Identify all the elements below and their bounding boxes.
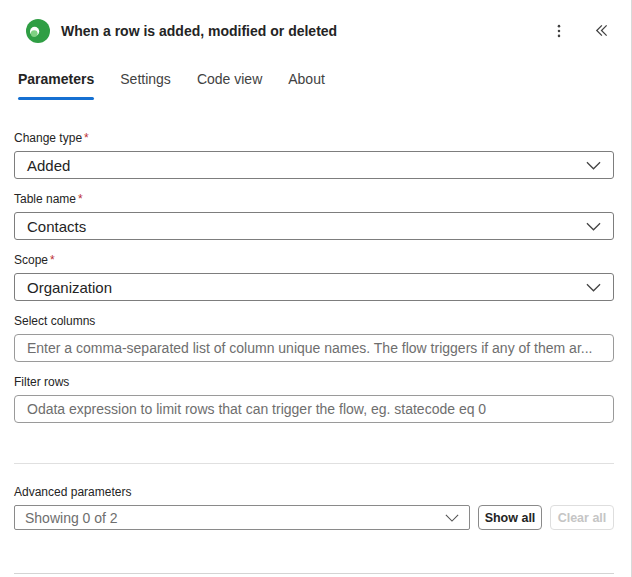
advanced-parameters-label: Advanced parameters — [14, 485, 614, 499]
header-actions — [545, 17, 615, 45]
filter-rows-input[interactable] — [14, 395, 614, 423]
field-label: Filter rows — [14, 375, 614, 389]
field-table-name: Table name* Contacts — [14, 192, 614, 240]
clear-all-button[interactable]: Clear all — [550, 505, 614, 530]
trigger-config-panel: When a row is added, modified or deleted… — [0, 0, 632, 577]
panel-header: When a row is added, modified or deleted — [0, 0, 631, 44]
collapse-double-chevron-left-icon[interactable] — [587, 17, 615, 45]
dropdown-value: Organization — [27, 279, 112, 296]
tab-bar: Parameters Settings Code view About — [0, 71, 631, 100]
more-menu-icon[interactable] — [545, 17, 573, 45]
table-name-dropdown[interactable]: Contacts — [14, 212, 614, 240]
advanced-parameters-dropdown[interactable]: Showing 0 of 2 — [14, 505, 470, 530]
section-divider — [14, 463, 614, 464]
dropdown-value: Showing 0 of 2 — [25, 510, 118, 526]
chevron-down-icon — [586, 222, 601, 231]
label-text: Filter rows — [14, 375, 69, 389]
bottom-divider — [14, 573, 614, 574]
field-label: Change type* — [14, 131, 614, 145]
dataverse-icon — [26, 19, 50, 43]
scope-dropdown[interactable]: Organization — [14, 273, 614, 301]
required-asterisk: * — [78, 192, 83, 206]
advanced-parameters-row: Showing 0 of 2 Show all Clear all — [14, 505, 614, 530]
field-select-columns: Select columns — [14, 314, 614, 362]
show-all-button[interactable]: Show all — [478, 505, 542, 530]
field-filter-rows: Filter rows — [14, 375, 614, 423]
advanced-parameters-section: Advanced parameters Showing 0 of 2 Show … — [14, 485, 614, 530]
label-text: Scope — [14, 253, 48, 267]
tab-code-view[interactable]: Code view — [197, 71, 262, 100]
change-type-dropdown[interactable]: Added — [14, 151, 614, 179]
tab-parameters[interactable]: Parameters — [18, 71, 94, 100]
chevron-down-icon — [586, 283, 601, 292]
label-text: Change type — [14, 131, 82, 145]
tab-settings[interactable]: Settings — [120, 71, 171, 100]
field-label: Scope* — [14, 253, 614, 267]
chevron-down-icon — [586, 161, 601, 170]
dropdown-value: Contacts — [27, 218, 86, 235]
select-columns-input[interactable] — [14, 334, 614, 362]
label-text: Select columns — [14, 314, 95, 328]
field-scope: Scope* Organization — [14, 253, 614, 301]
parameters-form: Change type* Added Table name* Contacts … — [14, 131, 614, 530]
dropdown-value: Added — [27, 157, 70, 174]
field-change-type: Change type* Added — [14, 131, 614, 179]
tab-about[interactable]: About — [288, 71, 325, 100]
label-text: Table name — [14, 192, 76, 206]
required-asterisk: * — [84, 131, 89, 145]
panel-title: When a row is added, modified or deleted — [61, 23, 337, 39]
chevron-down-icon — [445, 514, 459, 522]
required-asterisk: * — [50, 253, 55, 267]
field-label: Select columns — [14, 314, 614, 328]
field-label: Table name* — [14, 192, 614, 206]
